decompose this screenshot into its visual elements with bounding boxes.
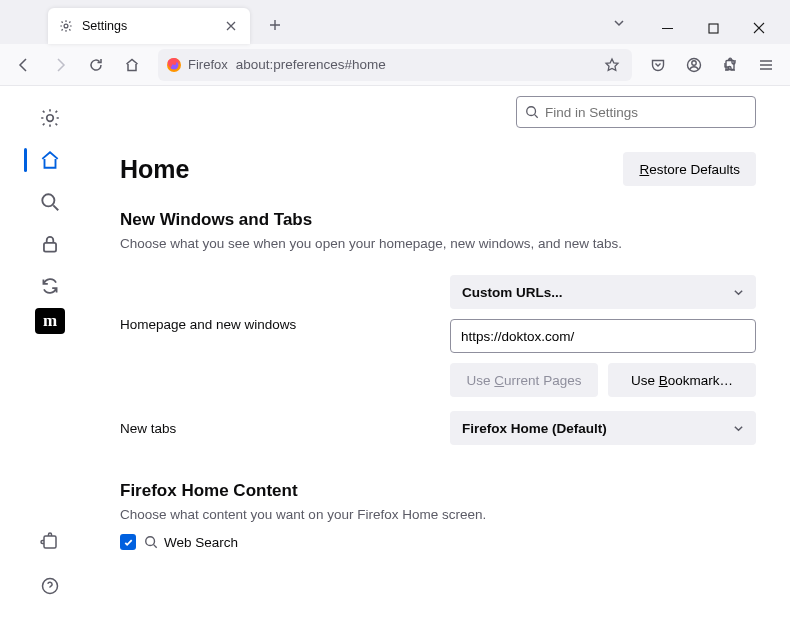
new-tab-button[interactable] <box>260 10 290 40</box>
svg-rect-1 <box>709 24 718 33</box>
homepage-url-input[interactable] <box>450 319 756 353</box>
categories-sidebar: m <box>0 86 100 618</box>
homepage-mode-select[interactable]: Custom URLs... <box>450 275 756 309</box>
svg-point-8 <box>42 194 54 206</box>
category-general[interactable] <box>28 98 72 138</box>
use-current-pages-button[interactable]: Use Current Pages <box>450 363 598 397</box>
chevron-down-icon <box>733 287 744 298</box>
url-bar[interactable]: Firefox about:preferences#home <box>158 49 632 81</box>
search-icon <box>525 105 539 119</box>
category-home[interactable] <box>28 140 72 180</box>
chevron-down-icon <box>733 423 744 434</box>
restore-defaults-button[interactable]: Restore Defaults <box>623 152 756 186</box>
tab-settings[interactable]: Settings <box>48 8 250 44</box>
homepage-label: Homepage and new windows <box>120 275 440 332</box>
gear-icon <box>58 18 74 34</box>
window-controls <box>644 12 782 44</box>
svg-point-12 <box>527 107 536 116</box>
url-text: about:preferences#home <box>236 57 592 72</box>
maximize-button[interactable] <box>690 12 736 44</box>
tab-title: Settings <box>82 19 214 33</box>
firefox-logo-icon <box>166 57 182 73</box>
svg-point-13 <box>146 537 155 546</box>
homepage-mode-value: Custom URLs... <box>462 285 563 300</box>
addons-button[interactable] <box>28 522 72 562</box>
minimize-button[interactable] <box>644 12 690 44</box>
identity-label: Firefox <box>188 57 228 72</box>
category-search[interactable] <box>28 182 72 222</box>
category-more-mozilla[interactable]: m <box>35 308 65 334</box>
search-icon <box>144 535 158 549</box>
web-search-label: Web Search <box>144 535 238 550</box>
forward-button[interactable] <box>44 49 76 81</box>
settings-search-input[interactable] <box>545 105 747 120</box>
help-button[interactable] <box>28 566 72 606</box>
section-home-content-heading: Firefox Home Content <box>120 481 756 501</box>
svg-point-7 <box>47 115 54 122</box>
section-new-windows-heading: New Windows and Tabs <box>120 210 756 230</box>
settings-search-box[interactable] <box>516 96 756 128</box>
newtabs-mode-select[interactable]: Firefox Home (Default) <box>450 411 756 445</box>
tabs-dropdown-button[interactable] <box>604 8 634 38</box>
home-button[interactable] <box>116 49 148 81</box>
svg-point-0 <box>64 24 68 28</box>
bookmark-star-button[interactable] <box>600 53 624 77</box>
section-home-content-desc: Choose what content you want on your Fir… <box>120 507 756 522</box>
tabs-strip: Settings <box>8 8 634 44</box>
svg-point-5 <box>692 60 696 64</box>
preferences-content: m Home Restore Defaults New Windows and … <box>0 86 790 618</box>
category-privacy[interactable] <box>28 224 72 264</box>
back-button[interactable] <box>8 49 40 81</box>
use-bookmark-button[interactable]: Use Bookmark… <box>608 363 756 397</box>
newtabs-label: New tabs <box>120 421 440 436</box>
web-search-checkbox[interactable] <box>120 534 136 550</box>
identity-box[interactable]: Firefox <box>166 57 228 73</box>
close-window-button[interactable] <box>736 12 782 44</box>
category-sync[interactable] <box>28 266 72 306</box>
main-pane: Home Restore Defaults New Windows and Ta… <box>100 86 790 618</box>
account-button[interactable] <box>678 49 710 81</box>
extensions-button[interactable] <box>714 49 746 81</box>
svg-rect-9 <box>44 243 56 252</box>
svg-rect-10 <box>44 536 56 548</box>
section-new-windows-desc: Choose what you see when you open your h… <box>120 236 756 251</box>
reload-button[interactable] <box>80 49 112 81</box>
app-menu-button[interactable] <box>750 49 782 81</box>
nav-toolbar: Firefox about:preferences#home <box>0 44 790 86</box>
newtabs-mode-value: Firefox Home (Default) <box>462 421 607 436</box>
title-bar: Settings <box>0 0 790 44</box>
page-title: Home <box>120 155 189 184</box>
pocket-button[interactable] <box>642 49 674 81</box>
close-icon[interactable] <box>222 17 240 35</box>
